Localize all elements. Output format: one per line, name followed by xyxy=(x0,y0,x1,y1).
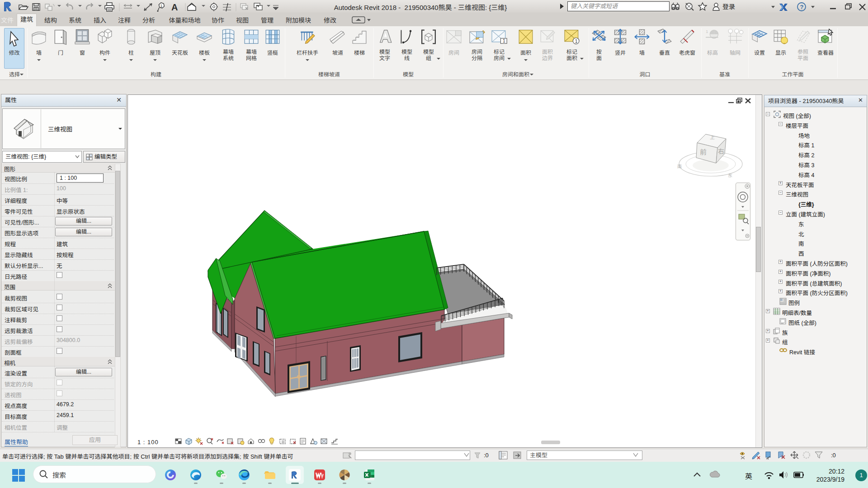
svg-text:1: 1 xyxy=(575,39,578,44)
svg-text:1: 1 xyxy=(706,29,708,34)
svg-text:?: ? xyxy=(800,4,804,10)
svg-text:前: 前 xyxy=(700,148,707,156)
svg-text:登录: 登录 xyxy=(722,3,735,10)
svg-text:1: 1 xyxy=(160,4,163,8)
svg-text:上: 上 xyxy=(710,135,715,140)
svg-text:东: 东 xyxy=(728,173,732,178)
svg-text:A: A xyxy=(171,2,178,12)
svg-text:1: 1 xyxy=(503,38,505,43)
svg-text:右: 右 xyxy=(718,148,724,155)
svg-text:南: 南 xyxy=(677,164,682,169)
